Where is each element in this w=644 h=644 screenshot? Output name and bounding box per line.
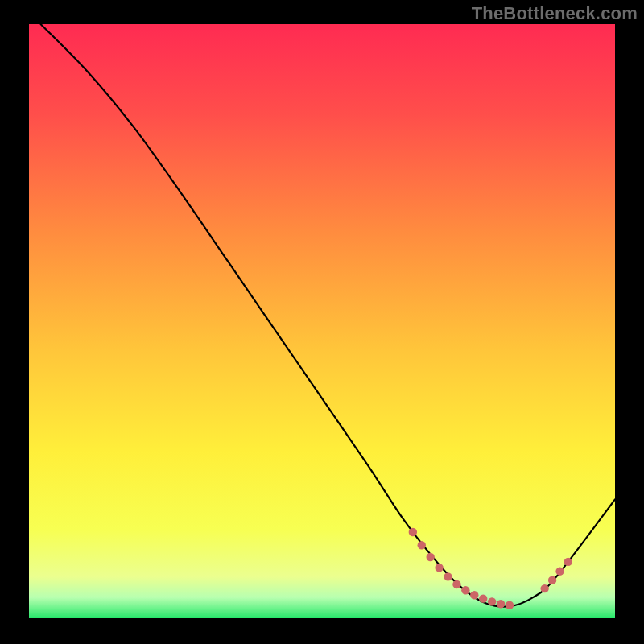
highlight-dot: [506, 601, 514, 609]
highlight-dot: [426, 553, 434, 561]
highlight-dot: [555, 567, 564, 575]
chart-stage: TheBottleneck.com: [0, 0, 644, 644]
highlight-dot: [470, 591, 478, 599]
highlight-dot: [564, 558, 572, 566]
highlight-dot: [418, 541, 426, 549]
highlight-dot: [488, 597, 496, 605]
highlight-dot: [548, 576, 556, 584]
plot-background: [29, 24, 615, 618]
highlight-dot: [461, 586, 469, 594]
highlight-dot: [444, 572, 452, 580]
highlight-dot: [409, 528, 417, 536]
highlight-dot: [435, 564, 443, 572]
watermark-text: TheBottleneck.com: [472, 3, 638, 24]
highlight-dot: [497, 600, 505, 608]
highlight-dot: [540, 584, 548, 592]
bottleneck-chart: [0, 0, 644, 644]
highlight-dot: [479, 594, 487, 602]
highlight-dot: [452, 580, 460, 588]
